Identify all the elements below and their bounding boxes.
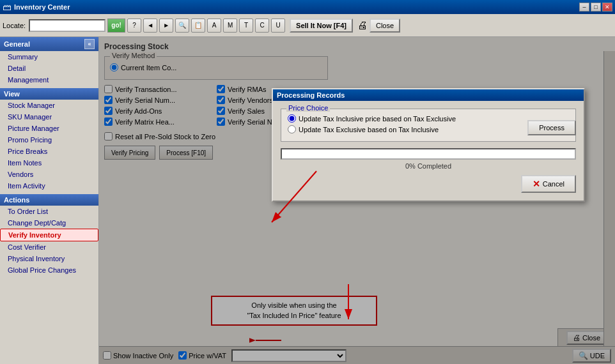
sidebar-item-summary[interactable]: Summary [0,51,98,63]
sidebar-item-picture-manager[interactable]: Picture Manager [0,123,98,134]
sidebar-item-stock-manager[interactable]: Stock Manager [0,100,98,111]
price-choice-legend: Price Choice [286,104,330,112]
x-icon: ✕ [533,179,540,189]
u-button[interactable]: U [271,19,285,33]
tax-inclusive-radio[interactable]: Update Tax Inclusive price based on Tax … [288,114,569,123]
sidebar-item-sku-manager[interactable]: SKU Manager [0,111,98,123]
sidebar-item-promo-pricing[interactable]: Promo Pricing [0,134,98,146]
locate-label: Locate: [3,22,26,29]
t-button[interactable]: T [239,19,253,33]
sidebar-item-global-price-changes[interactable]: Global Price Changes [0,264,98,276]
back-button[interactable]: ◄ [143,19,157,33]
c-button[interactable]: C [255,19,269,33]
dialog-title: Processing Records [277,91,345,99]
help-button[interactable]: ? [127,19,141,33]
sidebar-item-cost-verifier[interactable]: Cost Verifier [0,241,98,253]
dialog-title-bar: Processing Records [273,89,584,101]
window-close-button[interactable]: ✕ [602,3,612,11]
forward-button[interactable]: ► [159,19,173,33]
sidebar-item-item-activity[interactable]: Item Activity [0,180,98,192]
sidebar-item-vendors[interactable]: Vendors [0,169,98,180]
progress-text: 0% Completed [281,162,576,170]
a-button[interactable]: A [207,19,221,33]
m-button[interactable]: M [223,19,237,33]
minimize-button[interactable]: – [579,3,589,11]
toolbar-close-button[interactable]: Close [370,19,400,33]
sidebar-item-detail[interactable]: Detail [0,63,98,74]
list-button[interactable]: 📋 [191,19,205,33]
printer-icon: 🖨 [357,20,368,31]
tax-exclusive-radio[interactable]: Update Tax Exclusive based on Tax Inclus… [288,125,569,133]
app-icon: 🗃 [3,2,12,12]
general-collapse-btn[interactable]: « [84,39,95,49]
cancel-button[interactable]: ✕ Cancel [521,175,576,193]
sidebar-section-general: General « [0,37,98,51]
sidebar-item-physical-inventory[interactable]: Physical Inventory [0,253,98,264]
sidebar-item-change-dept[interactable]: Change Dept/Catg [0,217,98,229]
sidebar-item-verify-inventory[interactable]: Verify Inventory [0,229,98,241]
sidebar: General « Summary Detail Management View… [0,37,99,364]
progress-bar-container [281,148,576,160]
search-button[interactable]: 🔍 [175,19,189,33]
sell-it-now-button[interactable]: Sell It Now [F4] [290,19,353,33]
dialog-content: Price Choice Update Tax Inclusive price … [273,101,584,201]
restore-button[interactable]: □ [591,3,601,11]
sidebar-item-price-breaks[interactable]: Price Breaks [0,146,98,157]
toolbar: Locate: go! ? ◄ ► 🔍 📋 A M T C U Sell It … [0,14,615,37]
sidebar-section-view: View [0,88,98,100]
title-bar: 🗃 Inventory Center – □ ✕ [0,0,615,14]
sidebar-section-actions: Actions [0,194,98,206]
sidebar-item-item-notes[interactable]: Item Notes [0,157,98,169]
app-title: Inventory Center [14,3,579,11]
process-button[interactable]: Process [527,120,576,135]
sidebar-item-management[interactable]: Management [0,74,98,86]
processing-records-dialog: Processing Records Price Choice Update T… [272,88,585,202]
sidebar-item-to-order-list[interactable]: To Order List [0,206,98,217]
main-panel: T SKU▲ Description SugRetail Reg. Price … [99,37,615,364]
go-button[interactable]: go! [107,19,125,33]
cancel-label: Cancel [543,180,564,188]
locate-input[interactable] [29,19,105,32]
